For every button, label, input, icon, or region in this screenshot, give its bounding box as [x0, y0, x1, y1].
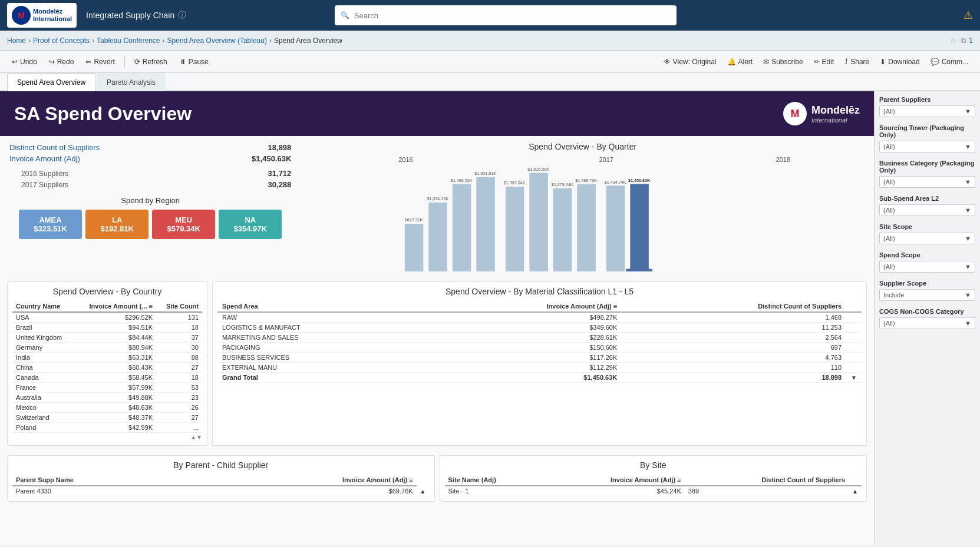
breadcrumb-proof[interactable]: Proof of Concepts [33, 37, 90, 45]
favorite-icon[interactable]: ☆ [950, 37, 956, 45]
filter-spend-scope: Spend Scope(All)▼ [879, 251, 975, 273]
dropdown-icon: ▼ [965, 320, 971, 327]
revert-button[interactable]: ⇐ Revert [81, 55, 119, 68]
scroll-indicator[interactable]: ▲▼ [190, 434, 202, 440]
filter-label-spend-scope: Spend Scope [879, 251, 975, 258]
country-sites: ... [156, 423, 202, 433]
pc-col-name: Parent Supp Name [12, 475, 196, 486]
filter-value-site-scope[interactable]: (All)▼ [879, 233, 975, 244]
pc-col-amount: Invoice Amount (Adj) ≡ [196, 475, 417, 486]
matclass-suppliers: 2,564 [622, 333, 846, 343]
breadcrumb-spend-tableau[interactable]: Spend Area Overview (Tableau) [167, 37, 267, 45]
tab-pareto[interactable]: Pareto Analysis [97, 73, 166, 91]
undo-button[interactable]: ↩ Undo [7, 55, 42, 68]
toolbar-right: 👁 View: Original 🔔 Alert ✉ Subscribe ✏ E… [659, 55, 973, 68]
pc-filter-icon[interactable]: ≡ [409, 476, 413, 483]
site-filter-icon[interactable]: ≡ [677, 476, 681, 483]
svg-text:$1,468.52K: $1,468.52K [451, 178, 473, 183]
matclass-suppliers: 4,763 [622, 353, 846, 363]
country-amount: $60.43K [74, 363, 156, 373]
filter-value-sourcing-tower[interactable]: (All)▼ [879, 141, 975, 153]
filter-value-business-category[interactable]: (All)▼ [879, 176, 975, 188]
filter-value-spend-scope[interactable]: (All)▼ [879, 261, 975, 273]
filter-icon[interactable]: ≡ [149, 303, 153, 310]
matclass-area: EXTERNAL MANU [217, 363, 429, 373]
breadcrumb-sep-1: › [28, 37, 31, 45]
matclass-filter-icon[interactable]: ≡ [613, 303, 617, 310]
undo-icon: ↩ [12, 58, 18, 66]
pc-amount: $69.76K [196, 486, 417, 496]
matclass-amount: $150.60K [429, 343, 622, 353]
quarter-chart-title: Spend Overview - By Quarter [301, 142, 864, 151]
share-button[interactable]: ⤴ Share [840, 55, 874, 68]
region-la[interactable]: LA $192.81K [85, 210, 149, 239]
bar-2018-q2[interactable] [631, 184, 649, 272]
breadcrumb-conference[interactable]: Tableau Conference [97, 37, 160, 45]
country-name: Switzerland [12, 413, 74, 423]
region-amea[interactable]: AMEA $323.51K [19, 210, 82, 239]
redo-button[interactable]: ↪ Redo [44, 55, 79, 68]
site-scroll[interactable]: ▲ [852, 488, 858, 495]
bar-2016-q1[interactable] [405, 224, 424, 271]
search-bar[interactable]: 🔍 [335, 5, 677, 25]
table-row: Poland$42.99K... [12, 423, 202, 433]
region-meu[interactable]: MEU $579.34K [152, 210, 215, 239]
view-icon: 👁 [664, 58, 671, 66]
search-input[interactable] [354, 11, 671, 20]
pc-scroll[interactable]: ▲ [420, 488, 426, 495]
filter-value-cogs-non-cogs[interactable]: (All)▼ [879, 317, 975, 329]
country-name: France [12, 383, 74, 393]
copy-icon[interactable]: ⧉ [961, 37, 966, 45]
filter-value-parent-suppliers[interactable]: (All)▼ [879, 105, 975, 117]
site-amount: $45.24K [544, 486, 684, 496]
bar-2017-q2[interactable] [530, 173, 549, 271]
bar-2016-q2[interactable] [429, 203, 448, 271]
bar-2017-q1[interactable] [506, 187, 524, 271]
toolbar-separator-1 [124, 56, 125, 68]
alert-button[interactable]: 🔔 Alert [722, 55, 758, 68]
site-name: Site - 1 [445, 486, 545, 496]
tab-spend-area[interactable]: Spend Area Overview [7, 73, 95, 91]
matclass-suppliers: 697 [622, 343, 846, 353]
country-sites: 37 [156, 333, 202, 343]
country-name: China [12, 363, 74, 373]
table-row: EXTERNAL MANU$112.29K110 [217, 363, 862, 373]
subscribe-button[interactable]: ✉ Subscribe [758, 55, 807, 68]
kpi-distinct-suppliers: Distinct Count of Suppliers 18,898 [9, 142, 291, 153]
bar-2018-q1[interactable] [606, 185, 625, 271]
country-panel: Spend Overview - By Country Country Name… [7, 281, 207, 446]
breadcrumb-home[interactable]: Home [7, 37, 26, 45]
view-original-button[interactable]: 👁 View: Original [659, 55, 721, 68]
site-col-suppliers: Distinct Count of Suppliers [685, 475, 849, 486]
country-col-sites: Site Count [156, 301, 202, 312]
bar-2016-q4[interactable] [477, 177, 496, 271]
country-name: Mexico [12, 403, 74, 413]
comment-button[interactable]: 💬 Comm... [926, 55, 973, 68]
filter-parent-suppliers: Parent Suppliers(All)▼ [879, 96, 975, 117]
charts-area: Spend Overview - By Country Country Name… [0, 279, 874, 453]
table-row: MARKETING AND SALES$228.61K2,564 [217, 333, 862, 343]
bar-2017-q3[interactable] [553, 188, 572, 271]
site-col-name: Site Name (Adj) [445, 475, 545, 486]
filter-value-sub-spend-area[interactable]: (All)▼ [879, 204, 975, 216]
matclass-area: RAW [217, 312, 429, 323]
dashboard-title: SA Spend Overview [14, 103, 192, 125]
svg-text:$1,379.64K: $1,379.64K [552, 182, 573, 187]
tabs-bar: Spend Area Overview Pareto Analysis [0, 73, 980, 91]
app-logo[interactable]: M Mondelēz International [7, 3, 77, 28]
edit-button[interactable]: ✏ Edit [809, 55, 839, 68]
matclass-scroll[interactable]: ▼ [851, 374, 857, 381]
bar-2017-q4[interactable] [578, 184, 596, 272]
download-button[interactable]: ⬇ Download [875, 55, 924, 68]
pause-button[interactable]: ⏸ Pause [174, 55, 213, 68]
share-icon: ⤴ [844, 58, 848, 66]
suppliers-2016-value: 31,712 [268, 169, 292, 178]
filter-value-supplier-scope[interactable]: Include▼ [879, 289, 975, 301]
info-icon[interactable]: ⓘ [178, 10, 186, 21]
filter-label-sub-spend-area: Sub-Spend Area L2 [879, 195, 975, 202]
filter-supplier-scope: Supplier ScopeInclude▼ [879, 280, 975, 301]
refresh-button[interactable]: ⟳ Refresh [130, 55, 172, 68]
bar-2016-q3[interactable] [453, 184, 471, 272]
region-na[interactable]: NA $354.97K [219, 210, 282, 239]
country-amount: $57.99K [74, 383, 156, 393]
